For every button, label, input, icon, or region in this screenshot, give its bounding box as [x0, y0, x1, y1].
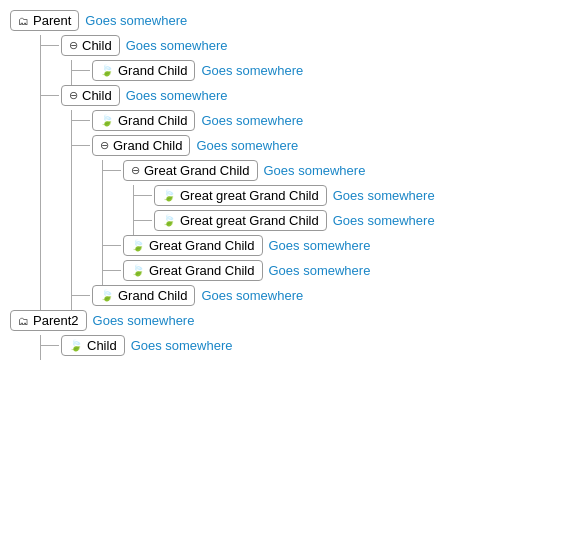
node-link-parent1[interactable]: Goes somewhere: [85, 13, 187, 28]
node-link-ggrandchild1[interactable]: Goes somewhere: [333, 188, 435, 203]
tree-node-grandchild1: 🍃Grand ChildGoes somewhere: [72, 60, 561, 85]
node-button-grandchild2[interactable]: 🍃Grand Child: [92, 110, 195, 131]
node-link-parent2[interactable]: Goes somewhere: [93, 313, 195, 328]
node-label: Grand Child: [113, 138, 182, 153]
tree-row-grandchild1: 🍃Grand ChildGoes somewhere: [72, 60, 561, 81]
tree-row-child1: ⊖ChildGoes somewhere: [41, 35, 561, 56]
node-icon-leaf: 🍃: [100, 289, 114, 302]
node-button-greatgrand3[interactable]: 🍃Great Grand Child: [123, 260, 263, 281]
node-icon-leaf: 🍃: [131, 264, 145, 277]
tree-node-parent2: 🗂Parent2Goes somewhere🍃ChildGoes somewhe…: [10, 310, 561, 360]
node-label: Great Grand Child: [149, 238, 255, 253]
tree-children-greatgrand1: 🍃Great great Grand ChildGoes somewhere🍃G…: [133, 185, 561, 235]
node-icon-folder: 🗂: [18, 315, 29, 327]
tree-row-greatgrand2: 🍃Great Grand ChildGoes somewhere: [103, 235, 561, 256]
node-button-ggrandchild1[interactable]: 🍃Great great Grand Child: [154, 185, 327, 206]
node-link-child2[interactable]: Goes somewhere: [126, 88, 228, 103]
tree-node-greatgrand3: 🍃Great Grand ChildGoes somewhere: [103, 260, 561, 285]
tree-children-parent1: ⊖ChildGoes somewhere🍃Grand ChildGoes som…: [40, 35, 561, 310]
tree-node-child2: ⊖ChildGoes somewhere🍃Grand ChildGoes som…: [41, 85, 561, 310]
node-icon-leaf: 🍃: [100, 64, 114, 77]
tree-row-grandchild2: 🍃Grand ChildGoes somewhere: [72, 110, 561, 131]
node-button-parent1[interactable]: 🗂Parent: [10, 10, 79, 31]
node-button-child1[interactable]: ⊖Child: [61, 35, 120, 56]
tree-children-child2: 🍃Grand ChildGoes somewhere⊖Grand ChildGo…: [71, 110, 561, 310]
tree-node-ggrandchild2: 🍃Great great Grand ChildGoes somewhere: [134, 210, 561, 235]
node-icon-leaf: 🍃: [100, 114, 114, 127]
node-link-grandchild2[interactable]: Goes somewhere: [201, 113, 303, 128]
node-icon-leaf: 🍃: [162, 214, 176, 227]
tree-node-ggrandchild1: 🍃Great great Grand ChildGoes somewhere: [134, 185, 561, 210]
tree-row-child3: 🍃ChildGoes somewhere: [41, 335, 561, 356]
tree-node-child3: 🍃ChildGoes somewhere: [41, 335, 561, 360]
node-icon-minus: ⊖: [69, 89, 78, 102]
node-icon-folder: 🗂: [18, 15, 29, 27]
tree-node-greatgrand2: 🍃Great Grand ChildGoes somewhere: [103, 235, 561, 260]
node-button-parent2[interactable]: 🗂Parent2: [10, 310, 87, 331]
tree-node-grandchild3: ⊖Grand ChildGoes somewhere⊖Great Grand C…: [72, 135, 561, 285]
node-label: Parent2: [33, 313, 79, 328]
node-label: Great great Grand Child: [180, 188, 319, 203]
node-link-grandchild4[interactable]: Goes somewhere: [201, 288, 303, 303]
node-icon-leaf: 🍃: [69, 339, 83, 352]
node-label: Grand Child: [118, 288, 187, 303]
node-icon-minus: ⊖: [69, 39, 78, 52]
tree-children-parent2: 🍃ChildGoes somewhere: [40, 335, 561, 360]
node-label: Child: [82, 38, 112, 53]
tree-children-grandchild3: ⊖Great Grand ChildGoes somewhere🍃Great g…: [102, 160, 561, 285]
node-icon-minus: ⊖: [131, 164, 140, 177]
node-label: Great Grand Child: [144, 163, 250, 178]
node-link-greatgrand3[interactable]: Goes somewhere: [269, 263, 371, 278]
tree-row-child2: ⊖ChildGoes somewhere: [41, 85, 561, 106]
tree-row-ggrandchild1: 🍃Great great Grand ChildGoes somewhere: [134, 185, 561, 206]
node-button-grandchild4[interactable]: 🍃Grand Child: [92, 285, 195, 306]
node-label: Great great Grand Child: [180, 213, 319, 228]
tree-children-child1: 🍃Grand ChildGoes somewhere: [71, 60, 561, 85]
tree-node-parent1: 🗂ParentGoes somewhere⊖ChildGoes somewher…: [10, 10, 561, 310]
node-label: Parent: [33, 13, 71, 28]
node-button-grandchild1[interactable]: 🍃Grand Child: [92, 60, 195, 81]
tree-node-child1: ⊖ChildGoes somewhere🍃Grand ChildGoes som…: [41, 35, 561, 85]
node-label: Grand Child: [118, 63, 187, 78]
node-button-ggrandchild2[interactable]: 🍃Great great Grand Child: [154, 210, 327, 231]
tree-row-greatgrand1: ⊖Great Grand ChildGoes somewhere: [103, 160, 561, 181]
node-link-ggrandchild2[interactable]: Goes somewhere: [333, 213, 435, 228]
node-link-greatgrand2[interactable]: Goes somewhere: [269, 238, 371, 253]
tree-row-parent1: 🗂ParentGoes somewhere: [10, 10, 561, 31]
node-label: Grand Child: [118, 113, 187, 128]
node-button-greatgrand1[interactable]: ⊖Great Grand Child: [123, 160, 258, 181]
tree-node-grandchild2: 🍃Grand ChildGoes somewhere: [72, 110, 561, 135]
tree: 🗂ParentGoes somewhere⊖ChildGoes somewher…: [10, 10, 561, 360]
node-link-child3[interactable]: Goes somewhere: [131, 338, 233, 353]
node-button-greatgrand2[interactable]: 🍃Great Grand Child: [123, 235, 263, 256]
tree-node-greatgrand1: ⊖Great Grand ChildGoes somewhere🍃Great g…: [103, 160, 561, 235]
tree-row-grandchild4: 🍃Grand ChildGoes somewhere: [72, 285, 561, 306]
tree-row-parent2: 🗂Parent2Goes somewhere: [10, 310, 561, 331]
tree-node-grandchild4: 🍃Grand ChildGoes somewhere: [72, 285, 561, 310]
node-icon-leaf: 🍃: [162, 189, 176, 202]
tree-row-greatgrand3: 🍃Great Grand ChildGoes somewhere: [103, 260, 561, 281]
node-link-greatgrand1[interactable]: Goes somewhere: [264, 163, 366, 178]
node-icon-leaf: 🍃: [131, 239, 145, 252]
node-label: Great Grand Child: [149, 263, 255, 278]
node-link-grandchild3[interactable]: Goes somewhere: [196, 138, 298, 153]
node-button-child3[interactable]: 🍃Child: [61, 335, 125, 356]
tree-row-grandchild3: ⊖Grand ChildGoes somewhere: [72, 135, 561, 156]
node-button-grandchild3[interactable]: ⊖Grand Child: [92, 135, 190, 156]
node-link-child1[interactable]: Goes somewhere: [126, 38, 228, 53]
node-button-child2[interactable]: ⊖Child: [61, 85, 120, 106]
node-label: Child: [87, 338, 117, 353]
node-icon-minus: ⊖: [100, 139, 109, 152]
node-label: Child: [82, 88, 112, 103]
node-link-grandchild1[interactable]: Goes somewhere: [201, 63, 303, 78]
tree-row-ggrandchild2: 🍃Great great Grand ChildGoes somewhere: [134, 210, 561, 231]
